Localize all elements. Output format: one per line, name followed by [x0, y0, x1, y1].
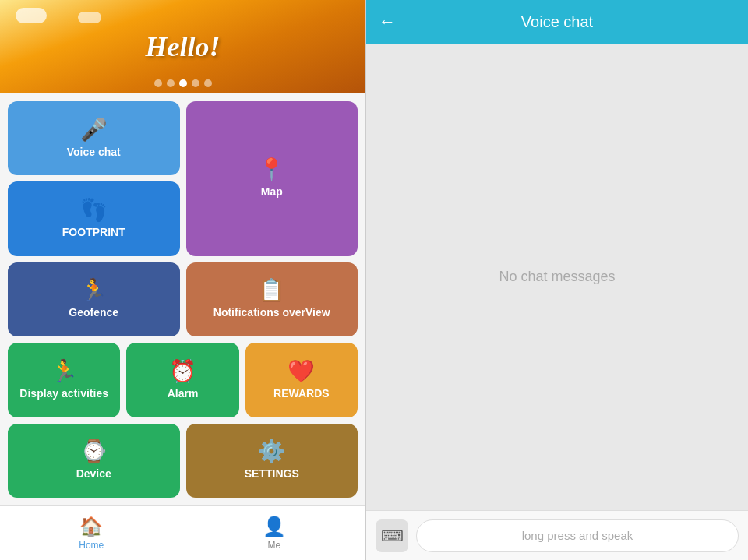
voice-chat-button[interactable]: 🎤 Voice chat [8, 101, 180, 175]
dot-5 [204, 79, 212, 87]
me-label: Me [267, 540, 280, 551]
voice-input-bar[interactable]: long press and speak [416, 519, 739, 552]
bottom-nav: 🏠 Home 👤 Me [0, 505, 365, 560]
notifications-label: Notifications overView [213, 306, 330, 319]
display-activities-label: Display activities [19, 387, 108, 400]
rewards-label: REWARDS [273, 387, 330, 400]
dot-4 [192, 79, 199, 87]
footprint-icon: 👣 [80, 199, 108, 221]
keyboard-toggle-button[interactable]: ⌨ [376, 519, 408, 552]
rewards-button[interactable]: ❤️ REWARDS [245, 343, 358, 417]
map-pin-icon: 📍 [258, 159, 285, 181]
home-label: Home [79, 540, 104, 551]
voice-input-placeholder: long press and speak [522, 529, 633, 542]
nav-me[interactable]: 👤 Me [183, 506, 366, 560]
alarm-icon: ⏰ [169, 361, 196, 382]
notifications-button[interactable]: 📋 Notifications overView [186, 262, 358, 336]
cloud-decoration-2 [78, 12, 101, 23]
device-label: Device [76, 467, 111, 480]
chat-header: ← Voice chat [366, 0, 748, 44]
dot-3[interactable] [179, 79, 187, 87]
geofence-icon: 🏃 [80, 280, 108, 301]
geofence-label: Geofence [69, 306, 118, 319]
settings-label: SETTINGS [245, 467, 299, 480]
device-icon: ⌚ [80, 441, 108, 463]
device-button[interactable]: ⌚ Device [8, 424, 180, 498]
chat-input-area: ⌨ long press and speak [366, 510, 748, 560]
voice-chat-label: Voice chat [67, 146, 121, 158]
dot-1 [154, 79, 162, 87]
right-panel: ← Voice chat No chat messages ⌨ long pre… [366, 0, 748, 560]
row4: 🏃 Display activities ⏰ Alarm ❤️ REWARDS [8, 343, 358, 417]
rewards-icon: ❤️ [288, 361, 315, 382]
dot-2 [167, 79, 175, 87]
display-activities-button[interactable]: 🏃 Display activities [8, 343, 120, 417]
hero-dots [154, 79, 212, 87]
profile-icon: 👤 [263, 516, 286, 537]
keyboard-icon: ⌨ [381, 527, 404, 545]
home-icon: 🏠 [79, 516, 103, 537]
hero-text: Hello! [146, 30, 221, 63]
nav-home[interactable]: 🏠 Home [0, 506, 183, 560]
map-button[interactable]: 📍 Map [186, 101, 358, 256]
footprint-label: FOOTPRINT [62, 226, 125, 238]
footprint-button[interactable]: 👣 FOOTPRINT [8, 181, 180, 255]
left-panel: Hello! 🎤 Voice chat 📍 Map 👣 FOOTPRINT 🏃 [0, 0, 366, 560]
microphone-icon: 🎤 [80, 119, 108, 141]
chat-title: Voice chat [408, 13, 706, 31]
geofence-button[interactable]: 🏃 Geofence [8, 262, 180, 336]
chat-messages-area: No chat messages [366, 44, 748, 510]
cloud-decoration-1 [16, 8, 47, 23]
display-activities-icon: 🏃 [51, 361, 78, 382]
hero-banner: Hello! [0, 0, 365, 93]
alarm-button[interactable]: ⏰ Alarm [126, 343, 238, 417]
map-label: Map [261, 185, 283, 198]
back-button[interactable]: ← [379, 12, 396, 32]
settings-icon: ⚙️ [258, 441, 285, 463]
alarm-label: Alarm [168, 387, 199, 400]
no-messages-text: No chat messages [499, 269, 615, 285]
settings-button[interactable]: ⚙️ SETTINGS [186, 424, 358, 498]
notifications-icon: 📋 [258, 280, 285, 301]
menu-grid: 🎤 Voice chat 📍 Map 👣 FOOTPRINT 🏃 Geofenc… [0, 93, 365, 505]
